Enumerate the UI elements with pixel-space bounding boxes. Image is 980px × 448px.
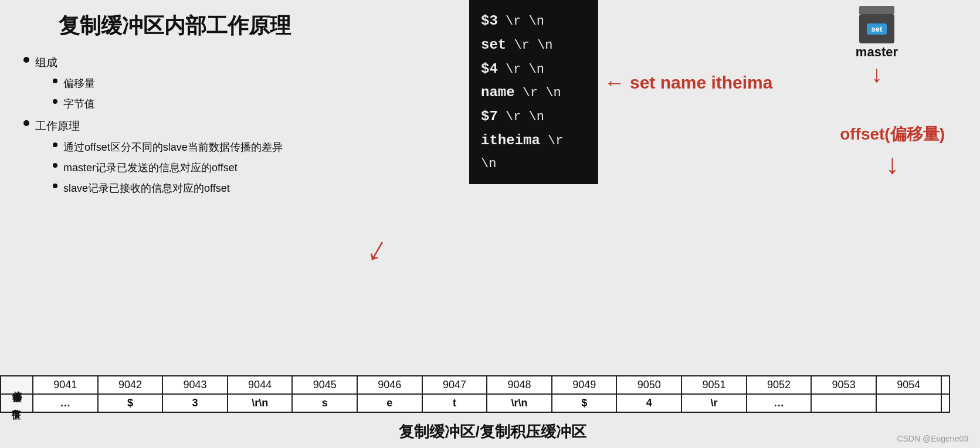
num-9048: 9048	[487, 376, 552, 394]
bullet-dot-3	[23, 120, 29, 126]
sub-dot-p2	[53, 163, 57, 168]
byte-4: 4	[616, 394, 681, 412]
sub-item-byte: 字节值	[53, 94, 95, 114]
cube-icon: set	[856, 6, 897, 41]
terminal-line-3: $4 \r \n	[481, 57, 586, 82]
set-name-annotation: ← set name itheima	[604, 70, 772, 95]
num-9054: 9054	[876, 376, 941, 394]
terminal-line-5: $7 \r \n	[481, 105, 586, 129]
num-9045: 9045	[292, 376, 357, 394]
terminal-line-4: name \r \n	[481, 81, 586, 105]
byte-e: e	[357, 394, 422, 412]
num-9042: 9042	[98, 376, 163, 394]
sub-list-composition: 偏移量 字节值	[53, 73, 95, 114]
byte-r: \r	[681, 394, 747, 412]
sub-list-principle: 通过offset区分不同的slave当前数据传播的差异 master记录已发送的…	[53, 137, 283, 199]
bullet-item-composition: 组成 偏移量 字节值	[23, 52, 469, 114]
byte-empty-2	[876, 394, 941, 412]
sub-dot	[53, 79, 57, 83]
terminal-line-1: $3 \r \n	[481, 9, 586, 33]
table-row-numbers: 偏移量 9041 9042 9043 9044 9045 9046 9047 9…	[1, 376, 950, 394]
master-area: set master ↓	[856, 6, 898, 86]
arrow-down-master-icon: ↓	[856, 62, 898, 86]
arrow-left-icon: ←	[604, 70, 625, 95]
main-container: 复制缓冲区内部工作原理 组成 偏移量	[0, 0, 980, 448]
offset-text: offset(偏移量)	[840, 123, 945, 145]
cube-body: set	[859, 14, 894, 43]
bullet-label-principle: 工作原理	[35, 116, 283, 137]
sub-text-byte: 字节值	[63, 94, 95, 114]
byte-t: t	[422, 394, 487, 412]
terminal-box: $3 \r \n set \r \n $4 \r \n name \r \n $…	[469, 0, 598, 184]
sub-dot-p3	[53, 184, 57, 188]
table-area: 偏移量 9041 9042 9043 9044 9045 9046 9047 9…	[0, 375, 950, 413]
sub-item-p2: master记录已发送的信息对应的offset	[53, 158, 283, 178]
arrow-down-offset-icon: ↓	[840, 148, 945, 180]
table-row-bytes: 字节值 … $ 3 \r\n s e t \r\n $ 4 \r …	[1, 394, 950, 412]
sub-dot-2	[53, 99, 57, 104]
sub-dot-p1	[53, 142, 57, 147]
byte-empty-3	[941, 394, 950, 412]
num-9041: 9041	[33, 376, 98, 394]
sub-text-p1: 通过offset区分不同的slave当前数据传播的差异	[63, 137, 283, 157]
num-9053: 9053	[811, 376, 876, 394]
byte-s: s	[292, 394, 357, 412]
arrow-down-left-icon: ↓	[362, 230, 395, 269]
bullet-label-composition: 组成	[35, 52, 95, 73]
cube-badge: set	[867, 23, 887, 35]
num-9043: 9043	[162, 376, 228, 394]
byte-dollar: $	[98, 394, 163, 412]
byte-empty-1	[811, 394, 876, 412]
byte-ellipsis-1: …	[33, 394, 98, 412]
sub-item-p3: slave记录已接收的信息对应的offset	[53, 178, 283, 198]
byte-ellipsis-2: …	[747, 394, 812, 412]
byte-3: 3	[162, 394, 228, 412]
num-9049: 9049	[552, 376, 617, 394]
num-extra	[941, 376, 950, 394]
num-9051: 9051	[681, 376, 747, 394]
num-9047: 9047	[422, 376, 487, 394]
byte-rn-2: \r\n	[487, 394, 552, 412]
byte-rn-1: \r\n	[228, 394, 293, 412]
sub-text-p3: slave记录已接收的信息对应的offset	[63, 178, 230, 198]
num-9050: 9050	[616, 376, 681, 394]
offset-annotation: offset(偏移量) ↓	[840, 123, 945, 180]
left-section: 组成 偏移量 字节值	[23, 52, 469, 200]
bullet-list: 组成 偏移量 字节值	[23, 52, 469, 199]
num-9052: 9052	[747, 376, 812, 394]
set-name-text: set name itheima	[630, 73, 772, 93]
sub-item-p1: 通过offset区分不同的slave当前数据传播的差异	[53, 137, 283, 157]
bullet-dot	[23, 57, 29, 63]
sub-item-offset: 偏移量	[53, 73, 95, 93]
sub-text-p2: master记录已发送的信息对应的offset	[63, 158, 238, 178]
num-9044: 9044	[228, 376, 293, 394]
watermark: CSDN @Eugene03	[897, 434, 968, 443]
terminal-line-2: set \r \n	[481, 33, 586, 57]
master-label: master	[856, 45, 898, 60]
byte-dollar-2: $	[552, 394, 617, 412]
num-9046: 9046	[357, 376, 422, 394]
terminal-line-6: itheima \r \n	[481, 129, 586, 175]
sub-text-offset: 偏移量	[63, 73, 95, 93]
header-cell-byte: 字节值	[1, 394, 33, 412]
header-cell-offset: 偏移量	[1, 376, 33, 394]
offset-table: 偏移量 9041 9042 9043 9044 9045 9046 9047 9…	[0, 375, 950, 413]
bullet-item-principle: 工作原理 通过offset区分不同的slave当前数据传播的差异 master记…	[23, 116, 469, 199]
cube-top	[859, 6, 894, 14]
bottom-title: 复制缓冲区/复制积压缓冲区	[23, 422, 962, 442]
